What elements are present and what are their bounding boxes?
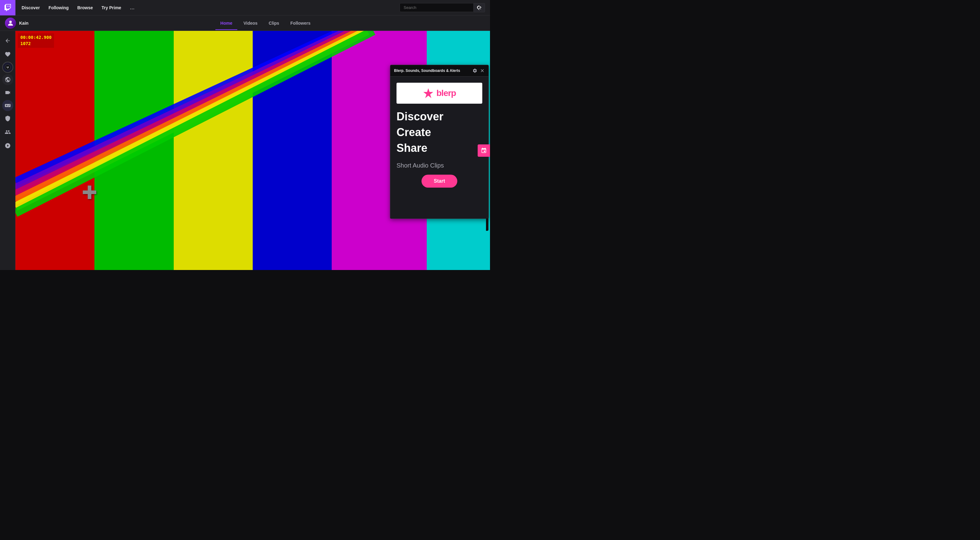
user-avatar-icon xyxy=(7,19,14,27)
svg-point-0 xyxy=(9,21,12,23)
nav-more[interactable]: ... xyxy=(126,2,138,13)
search-button[interactable] xyxy=(474,3,485,12)
main-content: 00:00:42.900 1072 ✚ Blerp. Sounds, Sound… xyxy=(16,31,490,270)
blerp-logo-icon xyxy=(423,88,434,99)
blerp-logo-text: blerp xyxy=(436,88,456,98)
blerp-subtitle: Short Audio Clips xyxy=(396,161,482,170)
tab-videos[interactable]: Videos xyxy=(239,16,262,30)
video-area: 00:00:42.900 1072 ✚ Blerp. Sounds, Sound… xyxy=(16,31,490,270)
heart-icon[interactable] xyxy=(2,48,14,61)
blerp-panel-title: Blerp. Sounds, Soundboards & Alerts xyxy=(394,68,460,73)
blerp-headline-share: Share xyxy=(396,141,482,155)
tab-followers[interactable]: Followers xyxy=(285,16,315,30)
cross-shape: ✚ xyxy=(82,183,97,202)
yellow-bar xyxy=(174,31,253,270)
green-bar xyxy=(94,31,173,270)
blerp-panel: Blerp. Sounds, Soundboards & Alerts xyxy=(390,65,489,219)
red-bar xyxy=(16,31,94,270)
timestamp-value: 00:00:42.900 xyxy=(21,35,51,41)
camera-icon[interactable] xyxy=(2,86,14,99)
back-icon[interactable] xyxy=(2,35,14,47)
tab-home[interactable]: Home xyxy=(215,16,237,30)
search-input[interactable] xyxy=(399,3,474,12)
left-sidebar: U xyxy=(0,31,16,270)
frame-value: 1072 xyxy=(21,41,51,47)
blerp-header-icons xyxy=(473,68,485,73)
sidebar-avatar-world[interactable] xyxy=(2,74,13,85)
group-icon[interactable] xyxy=(2,140,14,152)
friends-icon[interactable] xyxy=(2,126,14,138)
right-edge-button[interactable] xyxy=(478,144,490,157)
game-icon xyxy=(5,102,11,108)
twitch-logo[interactable] xyxy=(0,0,16,16)
nav-browse[interactable]: Browse xyxy=(73,3,97,13)
blerp-headline-discover: Discover xyxy=(396,110,482,123)
blerp-logo-area: blerp xyxy=(396,83,482,104)
world-icon xyxy=(5,76,11,83)
timestamp-overlay: 00:00:42.900 1072 xyxy=(18,33,54,48)
blerp-headline-create: Create xyxy=(396,126,482,139)
sidebar-avatar-unreal[interactable]: U xyxy=(2,62,13,73)
blerp-settings-button[interactable] xyxy=(473,68,477,73)
nav-links: Discover Following Browse Try Prime ... xyxy=(18,2,138,13)
blerp-header: Blerp. Sounds, Soundboards & Alerts xyxy=(390,65,488,76)
settings-icon xyxy=(473,68,477,73)
channel-tabs: Home Videos Clips Followers xyxy=(41,16,490,30)
search-icon xyxy=(477,5,482,10)
nav-following[interactable]: Following xyxy=(45,3,72,13)
avatar[interactable] xyxy=(5,18,16,29)
blue-bar xyxy=(253,31,332,270)
search-bar xyxy=(399,3,485,12)
unreal-icon: U xyxy=(5,64,11,70)
svg-text:U: U xyxy=(6,66,9,69)
nav-discover[interactable]: Discover xyxy=(18,3,43,13)
badge-icon[interactable] xyxy=(2,112,14,125)
top-navigation: Discover Following Browse Try Prime ... xyxy=(0,0,490,16)
blerp-start-button[interactable]: Start xyxy=(422,175,457,188)
nav-tryprime[interactable]: Try Prime xyxy=(98,3,125,13)
blerp-body: blerp Discover Create Share Short Audio … xyxy=(390,76,488,218)
channel-username: Kain xyxy=(19,21,29,25)
blerp-close-button[interactable] xyxy=(480,68,485,73)
tab-clips[interactable]: Clips xyxy=(264,16,284,30)
right-edge-icon xyxy=(481,148,487,154)
sidebar-avatar-game[interactable] xyxy=(2,100,13,111)
close-icon xyxy=(480,68,485,73)
channel-navigation: Kain Home Videos Clips Followers xyxy=(0,16,490,31)
